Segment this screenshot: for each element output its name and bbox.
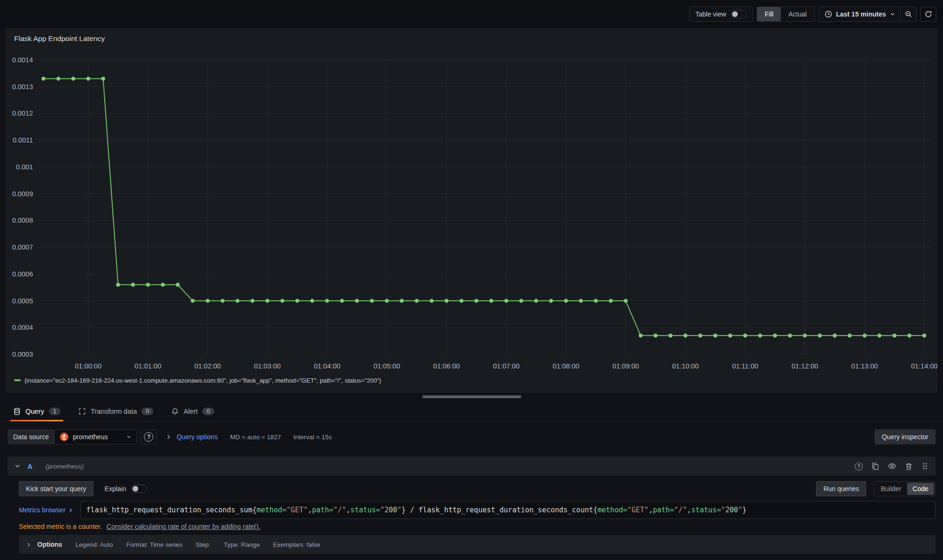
explain-toggle[interactable] (131, 485, 147, 493)
counter-warning-row: Selected metric is a counter. Consider c… (19, 523, 935, 530)
tab-transform-data[interactable]: Transform data 0 (78, 401, 153, 421)
query-options-toggle[interactable]: Query options (176, 433, 217, 441)
interval-stat: Interval = 15s (293, 434, 332, 441)
chart-legend: {instance="ec2-184-169-216-224.us-west-1… (7, 374, 936, 386)
svg-text:01:05:00: 01:05:00 (374, 362, 400, 370)
option-stat: Exemplars: false (273, 541, 320, 548)
datasource-help-button[interactable]: ? (141, 429, 157, 444)
svg-text:01:02:00: 01:02:00 (194, 362, 221, 370)
svg-text:01:14:00: 01:14:00 (911, 362, 937, 370)
code-option[interactable]: Code (907, 483, 934, 495)
query-inspector-button[interactable]: Query inspector (875, 429, 935, 444)
option-stat: Legend: Auto (75, 541, 113, 548)
expression-token: status= (691, 506, 721, 514)
expression-token: 200 (384, 506, 397, 514)
expression-token: " (721, 506, 725, 514)
expression-token: } (743, 506, 747, 514)
latency-chart[interactable]: 0.00140.00130.00120.00110.0010.00090.000… (7, 44, 936, 374)
svg-text:01:11:00: 01:11:00 (732, 362, 758, 370)
zoom-out-icon (905, 10, 912, 18)
expression-row: Metrics browser flask_http_request_durat… (19, 501, 935, 519)
query-row-header[interactable]: A (prometheus) ? (8, 457, 935, 476)
svg-text:0.0012: 0.0012 (12, 109, 33, 117)
expression-token: "/" (674, 506, 687, 514)
metrics-browser-toggle[interactable]: Metrics browser (19, 501, 74, 519)
tab-count-badge: 1 (49, 408, 61, 415)
svg-text:01:00:00: 01:00:00 (75, 362, 101, 370)
svg-text:0.001: 0.001 (16, 163, 33, 171)
editor-tabs: Query 1 Transform data 0 Alert 0 (0, 401, 943, 422)
toggle-visibility-icon[interactable] (888, 462, 896, 470)
actual-option[interactable]: Actual (781, 7, 814, 21)
datasource-value: prometheus (73, 433, 108, 441)
legend-series-label[interactable]: {instance="ec2-184-169-216-224.us-west-1… (25, 377, 381, 384)
expression-token: , (687, 506, 691, 514)
expression-token: "/" (334, 506, 346, 514)
tab-query[interactable]: Query 1 (13, 401, 60, 421)
option-stat: Step: (196, 541, 211, 548)
tab-label: Query (25, 408, 44, 415)
svg-text:0.0004: 0.0004 (12, 324, 33, 331)
drag-handle-icon[interactable] (921, 462, 929, 470)
refresh-button[interactable] (920, 7, 936, 22)
expression-token: method= (257, 506, 286, 514)
time-range-button[interactable]: Last 15 minutes (825, 10, 900, 18)
option-stat: Type: Range (224, 541, 260, 548)
expression-token: "GET" (286, 506, 308, 514)
chevron-down-icon (890, 11, 895, 17)
svg-text:0.0003: 0.0003 (12, 351, 33, 358)
help-icon: ? (144, 432, 153, 442)
builder-code-switch: Builder Code (874, 481, 935, 496)
query-options-bar[interactable]: Options Legend: AutoFormat: Time seriesS… (19, 535, 935, 554)
svg-text:0.0005: 0.0005 (12, 297, 33, 305)
expression-token: path= (653, 506, 674, 514)
scroll-indicator-row (0, 393, 943, 401)
duplicate-query-icon[interactable] (871, 462, 879, 470)
table-view-control: Table view (689, 7, 753, 22)
datasource-picker[interactable]: prometheus (54, 429, 137, 444)
table-view-toggle[interactable] (731, 10, 747, 18)
angle-right-icon (25, 542, 32, 548)
svg-text:01:01:00: 01:01:00 (134, 362, 161, 370)
max-data-points-stat: MD = auto = 1827 (230, 434, 281, 441)
svg-text:01:04:00: 01:04:00 (314, 362, 340, 370)
run-queries-button[interactable]: Run queries (816, 481, 866, 496)
add-rate-link[interactable]: Consider calculating rate of counter by … (107, 523, 260, 530)
clock-icon (825, 10, 832, 18)
collapse-chevron-icon[interactable] (14, 463, 21, 469)
svg-text:01:07:00: 01:07:00 (493, 362, 519, 370)
counter-warning-text: Selected metric is a counter. (19, 523, 102, 530)
panel-flask-latency: Flask App Endpoint Latency 0.00140.00130… (6, 28, 937, 393)
toggle-knob (133, 486, 138, 492)
svg-text:0.0008: 0.0008 (12, 217, 33, 224)
svg-text:0.0007: 0.0007 (12, 243, 33, 251)
svg-text:0.0013: 0.0013 (12, 83, 33, 91)
svg-text:0.0014: 0.0014 (12, 56, 33, 64)
svg-text:01:10:00: 01:10:00 (672, 362, 699, 370)
edit-toolbar: Table view Fill Actual Last 15 minutes (0, 0, 943, 28)
query-expression[interactable]: flask_http_request_duration_seconds_sum{… (80, 501, 935, 519)
fill-actual-switch: Fill Actual (757, 7, 815, 22)
svg-text:0.0009: 0.0009 (12, 190, 33, 198)
builder-option[interactable]: Builder (875, 483, 907, 495)
delete-query-icon[interactable] (905, 462, 913, 470)
panel-resize-scrollbar[interactable] (422, 395, 521, 398)
kick-start-button[interactable]: Kick start your query (19, 481, 93, 496)
fill-option[interactable]: Fill (757, 7, 781, 21)
time-range-picker: Last 15 minutes (818, 7, 917, 22)
option-stat: Format: Time series (126, 541, 182, 548)
expression-token: , (308, 506, 312, 514)
query-help-icon[interactable]: ? (855, 462, 863, 470)
zoom-out-button[interactable] (900, 7, 916, 21)
svg-text:0.0006: 0.0006 (12, 270, 33, 278)
toggle-knob (732, 11, 738, 17)
expression-token: 200 (725, 506, 738, 514)
panel-title: Flask App Endpoint Latency (7, 29, 936, 44)
tab-alert[interactable]: Alert 0 (171, 401, 214, 421)
query-ref-id[interactable]: A (27, 462, 33, 470)
tab-count-badge: 0 (142, 408, 153, 415)
tab-label: Alert (184, 408, 198, 415)
svg-text:0.0011: 0.0011 (13, 136, 33, 144)
expression-token: method= (598, 506, 627, 514)
tab-count-badge: 0 (202, 408, 214, 415)
